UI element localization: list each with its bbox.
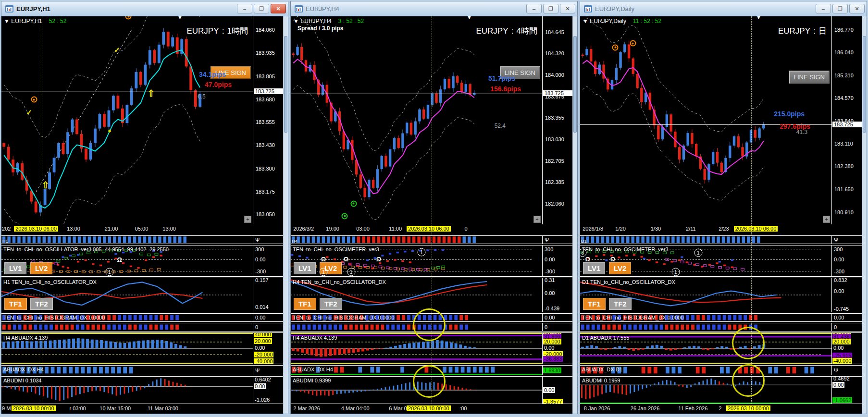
dropdown-arrow-icon[interactable]: ▼ [583, 18, 588, 25]
dropdown-arrow-icon[interactable]: ▼ [4, 18, 10, 25]
pips-lower-label: 297.6pips [780, 123, 810, 130]
alert-triangle-icon: ▼ [467, 16, 472, 20]
time-axis[interactable]: 2022026.03.10 06:0013:0021:0005:0013:00 [1, 224, 253, 234]
restore-button[interactable]: ❐ [254, 4, 269, 13]
signal-ring-icon [612, 44, 619, 50]
symbol-label: ▼ EURJPY,Daily11 : 52 : 52 [583, 18, 661, 25]
chart-window-icon [5, 5, 13, 12]
vertical-scrollbar[interactable] [572, 16, 577, 414]
abuadx-dx-title: ABUADX_DX D1 [582, 367, 622, 372]
bottom-time-axis[interactable]: 2 Mar 20264 Mar 04:006 Mar 02026.03.10 0… [291, 404, 543, 414]
candlestick-chart[interactable]: ▼ EURJPY,H152 : 52 EURJPY：1時間 LINE SIGN … [1, 16, 253, 224]
scale-label: 0.832 [834, 278, 847, 283]
price-tick: 182.060 [545, 201, 564, 207]
close-button[interactable]: ✕ [849, 4, 865, 13]
tf2-button[interactable]: TF2 [30, 298, 53, 310]
bottom-time-axis[interactable]: 9 M2026.03.10 00:00r 03:0010 Mar 15:0011… [1, 404, 253, 414]
time-label: 26 Jan 2026 [631, 405, 660, 411]
arrow-marker-icon: ⇧ [42, 180, 50, 189]
oscillator-dx-panel: H4 TEN_to_CHI_no_OSCILLATOR_DXTF1TF2 [291, 278, 542, 312]
restore-button[interactable]: ❐ [832, 4, 848, 13]
window-titlebar[interactable]: EURJPY,Daily – ❐ ✕ [580, 1, 867, 16]
candlestick-chart[interactable]: ▼ EURJPY,Daily11 : 52 : 52 EURJPY：日 LINE… [580, 16, 831, 224]
vertical-scrollbar[interactable] [283, 16, 288, 414]
histogram-dx-row1: TEN_to_CHI_no_HISTOGRAM_DX 0.0000 [580, 314, 831, 321]
time-label: r 03:00 [69, 405, 86, 411]
line-sign-button[interactable]: LINE SIGN [789, 71, 830, 84]
signal-ring-icon [350, 200, 357, 207]
close-button[interactable]: ✕ [560, 4, 575, 13]
scale-label: 0.00 [545, 257, 555, 262]
scroll-to-end-button[interactable]: + [823, 216, 830, 223]
minimize-button[interactable]: – [237, 4, 252, 13]
lv2-button[interactable]: LV2 [30, 262, 52, 274]
abuadx-dx-strip: ABUADX_DX H4 [1, 366, 253, 375]
lv2-button[interactable]: LV2 [609, 262, 631, 274]
tf1-button[interactable]: TF1 [583, 298, 606, 310]
scale-label: -300 [834, 269, 844, 274]
panel-canvas [580, 236, 831, 244]
time-label: 1/30 [651, 226, 661, 232]
tf2-button[interactable]: TF2 [320, 298, 342, 310]
tf1-button[interactable]: TF1 [294, 298, 316, 310]
time-label: 11:00 [389, 226, 402, 232]
indicator-panels: D1Ψ TEN_to_CHI_no_OSCIMETER_ver3LV1LV261… [580, 234, 862, 404]
tf2-button[interactable]: TF2 [609, 298, 632, 310]
histogram-dx-row2 [291, 323, 542, 331]
window-titlebar[interactable]: EURJPY,H4 – ❐ ✕ [291, 1, 577, 16]
lv1-button[interactable]: LV1 [294, 262, 316, 274]
time-axis[interactable]: 2026/1/81/201/302/112/232026.03.10 06:00 [580, 224, 832, 234]
panel-canvas [1, 16, 253, 224]
strip-tf-label: H4 [292, 239, 298, 244]
scroll-to-end-button[interactable]: + [244, 216, 251, 223]
scale-label: 0.31 [545, 278, 555, 283]
tf1-button[interactable]: TF1 [4, 298, 27, 310]
diamond-marker-icon: ◆ [108, 129, 111, 133]
abudmi-panel: ABUDMI 0.9399 [291, 377, 542, 404]
bottom-time-axis[interactable]: 8 Jan 202626 Jan 202611 Feb 202622026.03… [580, 404, 832, 414]
scroll-to-end-button[interactable]: + [533, 216, 541, 223]
scrollbar-thumb[interactable] [284, 36, 287, 132]
scale-label: 0.00 [254, 345, 266, 351]
vertical-scrollbar[interactable] [862, 16, 867, 414]
current-price-box: 183.725 [254, 88, 283, 94]
histogram-dx-title: TEN_to_CHI_no_HISTOGRAM_DX 0.0000 [582, 315, 683, 320]
scale-label: 0.00 [543, 345, 555, 351]
time-label: 6 Mar 0 [389, 405, 407, 411]
circled-number-marker: 1 [319, 268, 327, 276]
time-label: 2/23 [719, 226, 729, 232]
lv1-button[interactable]: LV1 [583, 262, 605, 274]
oscillator-dx-title: H1 TEN_to_CHI_no_OSCILLATOR_DX [3, 279, 97, 285]
candle-pattern-icon: Ω [321, 256, 326, 263]
window-titlebar[interactable]: EURJPY,H1 – ❐ ✕ [1, 1, 288, 16]
abuadx-title: H4 ABUADX 4.139 [293, 335, 337, 341]
signal-ring-icon [31, 97, 37, 103]
scrollbar-thumb[interactable] [573, 36, 577, 132]
minimize-button[interactable]: – [526, 4, 542, 13]
abudmi-title: ABUDMI 0.1959 [582, 378, 620, 383]
minimize-button[interactable]: – [816, 4, 831, 13]
pips-upper-label: 215.0pips [774, 110, 805, 118]
restore-button[interactable]: ❐ [543, 4, 558, 13]
scale-label: Ψ [255, 237, 260, 243]
scale-badge: 20.000 [543, 339, 561, 344]
atr-value-label: 6.5 [198, 93, 206, 100]
dropdown-arrow-icon[interactable]: ▼ [293, 18, 299, 25]
time-axis[interactable]: 2026/3/219:0003:0011:002026.03.10 06:000 [291, 224, 543, 234]
scale-badge: 20.000 [254, 338, 272, 344]
pips-lower-label: 156.6pips [490, 85, 521, 93]
oscillator-dx-panel: H1 TEN_to_CHI_no_OSCILLATOR_DXTF1TF2 [1, 278, 253, 312]
scrollbar-thumb[interactable] [863, 36, 866, 132]
price-tick: 183.050 [256, 211, 275, 217]
close-button[interactable]: ✕ [271, 4, 286, 13]
oscillator-dx-panel: D1 TEN_to_CHI_no_OSCILLATOR_DXTF1TF2 [580, 278, 831, 312]
scale-label: 0.00 [834, 288, 844, 294]
time-label: 03:00 [356, 226, 370, 232]
candlestick-chart[interactable]: ▼ EURJPY,H43 : 52 : 52 Spread / 3.0 pips… [291, 16, 542, 224]
panel-canvas [291, 16, 542, 224]
timeframe-watermark: EURJPY：日 [778, 25, 827, 37]
lv1-button[interactable]: LV1 [4, 262, 26, 274]
price-tick: 183.300 [256, 166, 275, 172]
check-marker-icon: ✓ [114, 46, 120, 53]
price-tick: 184.000 [545, 72, 564, 78]
